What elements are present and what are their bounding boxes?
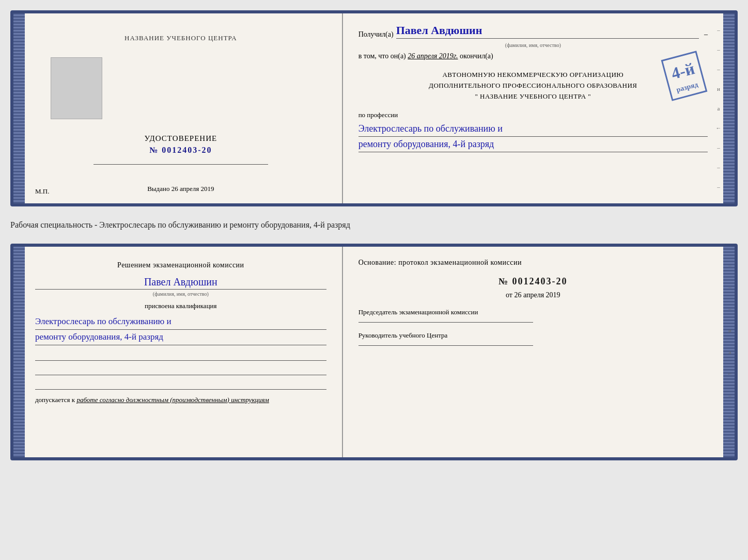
allowed-block: допускается к работе согласно должностны… (35, 396, 326, 404)
director-sign-line (359, 345, 533, 346)
director-block: Руководитель учебного Центра (359, 330, 708, 346)
bottom-left-panel: Решением экзаменационной комиссии Павел … (25, 247, 343, 457)
protocol-date: от 26 апреля 2019 (359, 291, 708, 299)
allowed-label: допускается к (35, 396, 75, 404)
blank-line-2 (35, 365, 326, 375)
date-label: от (506, 291, 512, 299)
cert-date-top: 26 апреля 2019г. (408, 52, 458, 60)
blank-lines (35, 350, 326, 390)
chairman-title: Председатель экзаменационной комиссии (359, 307, 708, 318)
org-line2: ДОПОЛНИТЕЛЬНОГО ПРОФЕССИОНАЛЬНОГО ОБРАЗО… (359, 81, 708, 91)
chairman-sign-line (359, 322, 533, 323)
protocol-number: № 0012403-20 (359, 276, 708, 287)
spine-left (13, 13, 25, 203)
commission-title: Решением экзаменационной комиссии (35, 260, 326, 271)
person-name-top: Павел Авдюшин (396, 24, 699, 39)
issued-label: Выдано (147, 185, 169, 193)
received-line: Получил(а) Павел Авдюшин – (359, 24, 708, 39)
qual-line2: ремонту оборудования, 4-й разряд (35, 330, 326, 345)
profession-line1-top: Электрослесарь по обслуживанию и (359, 121, 708, 137)
chairman-block: Председатель экзаменационной комиссии (359, 307, 708, 323)
blank-line-1 (35, 350, 326, 361)
middle-text: Рабочая специальность - Электрослесарь п… (10, 216, 738, 234)
bottom-right-panel: Основание: протокол экзаменационной коми… (343, 247, 723, 457)
received-label: Получил(а) (359, 30, 394, 39)
cert-number: № 0012403-20 (144, 146, 217, 155)
in-that-label: в том, что он(а) (359, 52, 406, 60)
side-dashes-top: – – – и а ← – – – (714, 13, 723, 203)
person-name-bottom: Павел Авдюшин (35, 276, 326, 290)
spine-right (723, 13, 735, 203)
name-sub-label-top: (фамилия, имя, отчество) (359, 42, 708, 48)
page-wrapper: НАЗВАНИЕ УЧЕБНОГО ЦЕНТРА УДОСТОВЕРЕНИЕ №… (10, 10, 738, 460)
allowed-text-value: работе согласно должностным (производств… (76, 396, 269, 404)
blank-line-3 (35, 379, 326, 390)
side-dashes-bottom: – – – и а ← – – – (725, 247, 735, 457)
name-sub-label-bottom: (фамилия, имя, отчество) (35, 291, 326, 297)
profession-label-top: по профессии (359, 111, 708, 119)
issued-date-value: 26 апреля 2019 (172, 185, 214, 193)
issue-date: Выдано 26 апреля 2019 (147, 185, 214, 193)
bottom-document: Решением экзаменационной комиссии Павел … (10, 244, 738, 460)
assigned-label: присвоена квалификация (35, 302, 326, 310)
org-line1: АВТОНОМНУЮ НЕКОММЕРЧЕСКУЮ ОРГАНИЗАЦИЮ (359, 70, 708, 81)
basis-label: Основание: протокол экзаменационной коми… (359, 257, 708, 268)
cert-label: УДОСТОВЕРЕНИЕ (144, 134, 217, 143)
org-line3: " НАЗВАНИЕ УЧЕБНОГО ЦЕНТРА " (359, 91, 708, 102)
date-line-top: в том, что он(а) 26 апреля 2019г. окончи… (359, 52, 708, 60)
mp-label: М.П. (35, 187, 49, 196)
spine-left-bottom (13, 247, 25, 457)
top-document: НАЗВАНИЕ УЧЕБНОГО ЦЕНТРА УДОСТОВЕРЕНИЕ №… (10, 10, 738, 206)
director-title: Руководитель учебного Центра (359, 330, 708, 341)
finished-label: окончил(а) (460, 52, 493, 60)
top-left-title: НАЗВАНИЕ УЧЕБНОГО ЦЕНТРА (124, 34, 237, 42)
photo-placeholder (51, 57, 102, 119)
top-left-panel: НАЗВАНИЕ УЧЕБНОГО ЦЕНТРА УДОСТОВЕРЕНИЕ №… (25, 13, 343, 203)
qual-line1: Электрослесарь по обслуживанию и (35, 314, 326, 330)
profession-line2-top: ремонту оборудования, 4-й разряд (359, 137, 708, 152)
protocol-date-value: 26 апреля 2019 (514, 291, 560, 299)
top-right-panel: Получил(а) Павел Авдюшин – (фамилия, имя… (343, 13, 723, 203)
org-block: АВТОНОМНУЮ НЕКОММЕРЧЕСКУЮ ОРГАНИЗАЦИЮ ДО… (359, 70, 708, 102)
